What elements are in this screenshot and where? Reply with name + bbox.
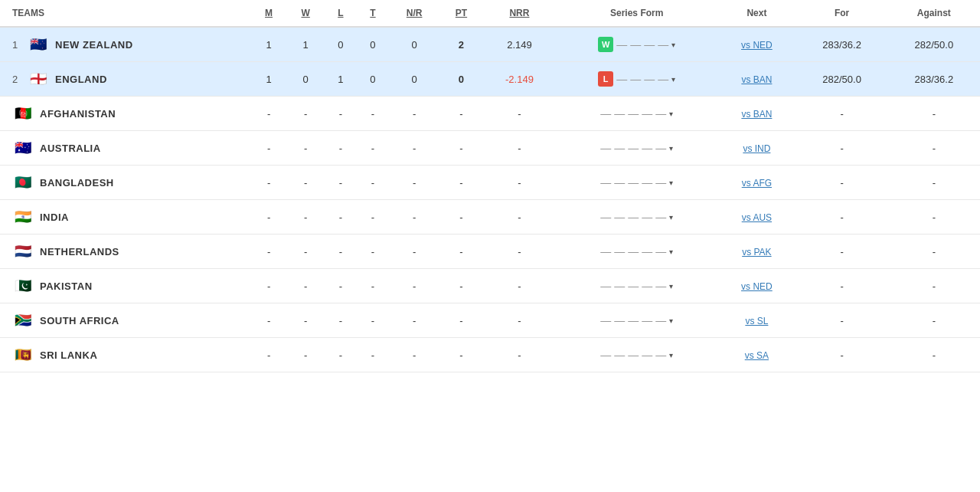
cell-nr: - [389, 303, 439, 338]
table-row: 🇳🇱NETHERLANDS-------—————▾vs PAK-- [0, 235, 980, 269]
chevron-down-icon[interactable]: ▾ [671, 75, 675, 84]
form-dash: — [655, 211, 666, 223]
form-dash: — [630, 38, 641, 51]
cell-t: - [357, 131, 389, 166]
cell-nrr: - [483, 338, 556, 372]
team-name: SOUTH AFRICA [40, 315, 119, 326]
cell-l: - [325, 200, 357, 235]
col-header-l: L [325, 0, 357, 27]
cell-next[interactable]: vs AUS [717, 200, 795, 235]
chevron-down-icon[interactable]: ▾ [669, 282, 673, 290]
team-cell: 🇮🇳INDIA [0, 200, 251, 235]
cell-next[interactable]: vs NED [717, 269, 795, 303]
form-dash: — [642, 280, 652, 292]
next-match-link[interactable]: vs AUS [742, 212, 772, 223]
cell-l: - [325, 303, 357, 338]
cell-next[interactable]: vs AFG [717, 166, 795, 200]
team-cell: 🇵🇰PAKISTAN [0, 269, 251, 303]
cell-for: - [796, 97, 888, 131]
team-name: SRI LANKA [40, 349, 97, 361]
cell-nr: - [389, 338, 439, 372]
form-dash: — [642, 176, 652, 189]
chevron-down-icon[interactable]: ▾ [669, 213, 673, 221]
cell-pt: 2 [439, 27, 483, 62]
table-row: 🇱🇰SRI LANKA-------—————▾vs SA-- [0, 338, 980, 372]
chevron-down-icon[interactable]: ▾ [669, 144, 673, 153]
col-header-teams: TEAMS [0, 0, 251, 27]
table-row: 🇮🇳INDIA-------—————▾vs AUS-- [0, 200, 980, 235]
chevron-down-icon[interactable]: ▾ [669, 248, 673, 256]
cell-nr: - [389, 131, 439, 166]
team-flag: 🇧🇩 [12, 175, 34, 190]
cell-next[interactable]: vs SL [717, 303, 795, 338]
cell-m: - [251, 338, 287, 372]
chevron-down-icon[interactable]: ▾ [671, 41, 675, 49]
cell-against: - [888, 131, 980, 166]
cell-nr: 0 [389, 62, 439, 97]
next-match-link[interactable]: vs AFG [742, 178, 772, 189]
cell-pt: 0 [439, 62, 483, 97]
cell-next[interactable]: vs BAN [717, 62, 795, 97]
cell-l: 0 [325, 27, 357, 62]
chevron-down-icon[interactable]: ▾ [669, 351, 673, 359]
team-rank: 1 [12, 39, 21, 51]
cell-w: - [287, 200, 325, 235]
cell-m: - [251, 131, 287, 166]
cell-pt: - [439, 338, 483, 372]
cell-pt: - [439, 269, 483, 303]
next-match-link[interactable]: vs BAN [741, 109, 772, 120]
team-name: ENGLAND [55, 74, 107, 85]
cell-for: - [796, 235, 888, 269]
cell-w: - [287, 131, 325, 166]
cell-series-form: —————▾ [556, 131, 717, 166]
form-dash: — [658, 73, 668, 85]
form-dash: — [614, 280, 625, 292]
cell-l: 1 [325, 62, 357, 97]
form-dash: — [655, 107, 666, 120]
col-header-pt: PT [439, 0, 483, 27]
cell-nr: - [389, 200, 439, 235]
form-dash: — [628, 107, 639, 120]
col-header-t: T [357, 0, 389, 27]
cell-pt: - [439, 97, 483, 131]
form-dash: — [614, 349, 625, 361]
cell-l: - [325, 166, 357, 200]
chevron-down-icon[interactable]: ▾ [669, 317, 673, 325]
form-dash: — [642, 107, 652, 120]
cell-next[interactable]: vs SA [717, 338, 795, 372]
team-cell: 1🇳🇿NEW ZEALAND [0, 27, 251, 62]
cell-for: 283/36.2 [796, 27, 888, 62]
cell-nr: - [389, 269, 439, 303]
next-match-link[interactable]: vs SL [745, 316, 768, 326]
next-match-link[interactable]: vs NED [741, 40, 773, 51]
cell-series-form: —————▾ [556, 303, 717, 338]
cell-t: 0 [357, 27, 389, 62]
cell-m: - [251, 97, 287, 131]
form-dash: — [628, 176, 639, 189]
cell-t: - [357, 166, 389, 200]
form-dash: — [655, 176, 666, 189]
next-match-link[interactable]: vs BAN [741, 74, 772, 85]
next-match-link[interactable]: vs NED [741, 281, 773, 292]
cell-w: - [287, 97, 325, 131]
cell-m: - [251, 303, 287, 338]
cell-series-form: —————▾ [556, 166, 717, 200]
form-dash: — [644, 73, 655, 85]
cell-against: - [888, 97, 980, 131]
team-name: NETHERLANDS [40, 246, 119, 257]
cell-next[interactable]: vs PAK [717, 235, 795, 269]
cell-for: - [796, 200, 888, 235]
form-dash: — [600, 349, 611, 361]
chevron-down-icon[interactable]: ▾ [669, 110, 673, 118]
cell-next[interactable]: vs IND [717, 131, 795, 166]
next-match-link[interactable]: vs PAK [742, 247, 771, 257]
next-match-link[interactable]: vs IND [743, 143, 770, 154]
cell-nrr: -2.149 [483, 62, 556, 97]
cell-next[interactable]: vs BAN [717, 97, 795, 131]
cell-w: 1 [287, 27, 325, 62]
form-dash: — [600, 280, 611, 292]
form-dash: — [600, 245, 611, 257]
cell-next[interactable]: vs NED [717, 27, 795, 62]
chevron-down-icon[interactable]: ▾ [669, 179, 673, 187]
next-match-link[interactable]: vs SA [745, 350, 769, 361]
